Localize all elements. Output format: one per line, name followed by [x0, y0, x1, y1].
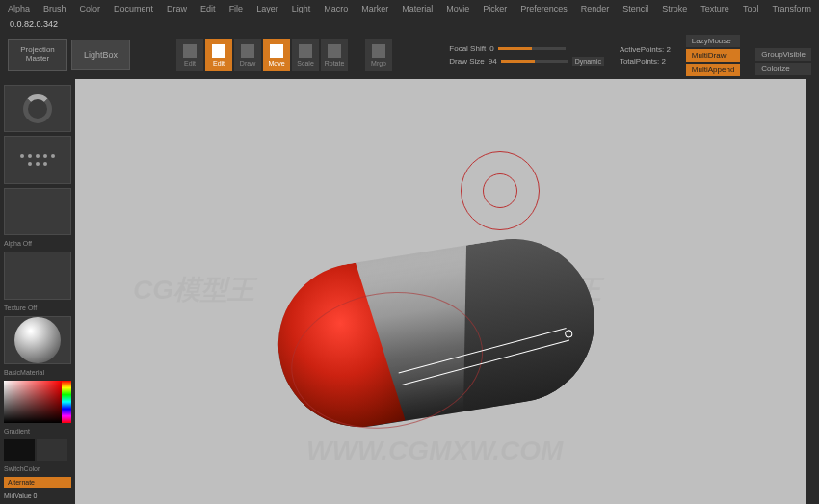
- menu-render[interactable]: Render: [581, 4, 610, 13]
- menu-draw[interactable]: Draw: [167, 4, 187, 13]
- alpha-slot[interactable]: [4, 188, 71, 235]
- gradient-label: Gradient: [4, 427, 71, 436]
- tool-move-button[interactable]: Move: [263, 39, 290, 71]
- stroke-dots-icon: [18, 154, 57, 166]
- alpha-off-label: Alpha Off: [4, 239, 71, 248]
- draw-icon: [241, 44, 254, 58]
- scale-icon: [299, 44, 312, 58]
- brush-cursor-inner: [483, 173, 517, 208]
- switchcolor-label[interactable]: SwitchColor: [4, 464, 71, 473]
- color-saturation-area[interactable]: [4, 381, 62, 423]
- color-picker[interactable]: [4, 381, 71, 423]
- menu-alpha[interactable]: Alpha: [8, 4, 30, 13]
- colorize-button[interactable]: Colorize: [755, 63, 811, 75]
- version-label: 0.0.82.0.342: [0, 17, 819, 31]
- menu-color[interactable]: Color: [80, 4, 101, 13]
- drawsize-bar: [501, 60, 568, 63]
- menu-picker[interactable]: Picker: [483, 4, 507, 13]
- menu-light[interactable]: Light: [292, 4, 311, 13]
- lazymouse-button[interactable]: LazyMouse: [686, 35, 740, 47]
- texture-off-label: Texture Off: [4, 304, 71, 312]
- mrgb-button[interactable]: Mrgb: [365, 39, 392, 71]
- lightbox-button[interactable]: LightBox: [71, 40, 130, 70]
- alternate-button[interactable]: Alternate: [4, 477, 71, 488]
- swatch-secondary[interactable]: [37, 439, 67, 461]
- focal-bar: [498, 47, 566, 50]
- projection-master-button[interactable]: Projection Master: [8, 39, 67, 71]
- menu-movie[interactable]: Movie: [446, 4, 469, 13]
- menu-edit[interactable]: Edit: [200, 4, 216, 13]
- stroke-preview-slot[interactable]: [4, 136, 71, 183]
- more-opts: GroupVisible Colorize: [755, 35, 811, 75]
- menu-stencil[interactable]: Stencil: [622, 4, 648, 13]
- texture-slot[interactable]: [4, 252, 71, 299]
- dynamic-toggle[interactable]: Dynamic: [572, 57, 604, 66]
- focal-shift-slider[interactable]: Focal Shift 0: [449, 44, 604, 53]
- material-label: BasicMaterial: [4, 368, 71, 377]
- menu-macro[interactable]: Macro: [324, 4, 348, 13]
- brush-preview-slot[interactable]: [4, 85, 71, 132]
- point-counts: ActivePoints: 2 TotalPoints: 2: [620, 45, 671, 66]
- menu-material[interactable]: Material: [402, 4, 433, 13]
- multidraw-button[interactable]: MultiDraw: [686, 49, 740, 62]
- midvalue-label: MidValue 0: [4, 491, 71, 500]
- mrgb-icon: [372, 44, 385, 58]
- menu-preferences[interactable]: Preferences: [520, 4, 568, 13]
- menu-marker[interactable]: Marker: [361, 4, 388, 13]
- viewport[interactable]: CG模型王 CG模型王 WWW.CGMXW.COM: [75, 79, 806, 504]
- menu-bar: AlphaBrushColorDocumentDrawEditFileLayer…: [0, 0, 819, 17]
- brush-sliders: Focal Shift 0 Draw Size 94 Dynamic: [449, 44, 604, 66]
- tool-rotate-button[interactable]: Rotate: [321, 39, 348, 71]
- swatch-row: [4, 439, 71, 461]
- swatch-primary[interactable]: [4, 439, 35, 461]
- right-gutter: [806, 79, 819, 504]
- menu-layer[interactable]: Layer: [256, 4, 278, 13]
- lazy-opts: LazyMouse MultiDraw MultiAppend: [686, 35, 740, 76]
- left-sidebar: Alpha Off Texture Off BasicMaterial Grad…: [0, 79, 75, 504]
- menu-texture[interactable]: Texture: [700, 4, 729, 13]
- material-slot[interactable]: [4, 316, 71, 364]
- move-icon: [270, 44, 283, 58]
- brush-ring-icon: [23, 94, 52, 123]
- main-toolbar: Projection Master LightBox EditEditDrawM…: [0, 31, 819, 79]
- material-sphere-icon: [14, 317, 61, 363]
- color-hue-strip[interactable]: [62, 381, 71, 423]
- menu-file[interactable]: File: [229, 4, 244, 13]
- mode-buttons: EditEditDrawMoveScaleRotate: [176, 39, 348, 71]
- menu-stroke[interactable]: Stroke: [662, 4, 687, 13]
- groupvisible-button[interactable]: GroupVisible: [755, 48, 811, 61]
- menu-transform[interactable]: Transform: [772, 4, 811, 13]
- model-capsule[interactable]: [206, 202, 647, 467]
- menu-document[interactable]: Document: [114, 4, 153, 13]
- multiappend-button[interactable]: MultiAppend: [686, 64, 740, 76]
- rotate-icon: [328, 44, 341, 58]
- menu-brush[interactable]: Brush: [43, 4, 66, 13]
- tool-scale-button[interactable]: Scale: [292, 39, 319, 71]
- edit-icon: [212, 44, 225, 58]
- tool-edit-button[interactable]: Edit: [205, 39, 232, 71]
- draw-size-slider[interactable]: Draw Size 94 Dynamic: [449, 57, 604, 66]
- tool-draw-button[interactable]: Draw: [234, 39, 261, 71]
- edit-icon: [183, 44, 197, 58]
- tool-edit-button[interactable]: Edit: [176, 39, 203, 71]
- menu-tool[interactable]: Tool: [743, 4, 759, 13]
